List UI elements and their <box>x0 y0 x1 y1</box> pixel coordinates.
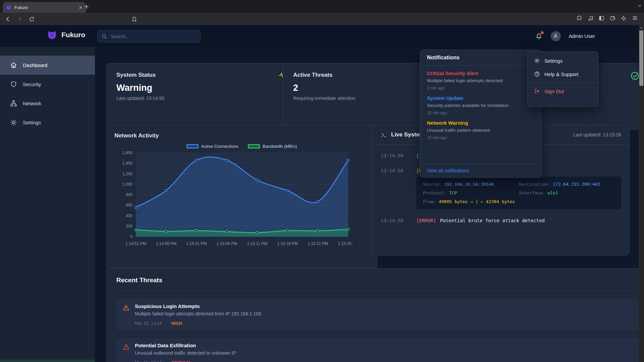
check-circle-icon <box>630 71 640 80</box>
legend-item[interactable]: Active Connections <box>186 144 238 149</box>
browser-tab[interactable]: Fukuro <box>3 2 86 13</box>
chart-legend: Active ConnectionsBandwidth (MB/s) <box>114 144 369 149</box>
user-name[interactable]: Admin User <box>569 33 595 39</box>
notification-badge-dot <box>541 31 544 34</box>
svg-text:1,200: 1,200 <box>122 172 132 176</box>
notification-time: 15 min ago <box>427 135 534 140</box>
app-header: Fukuro Admin User <box>0 25 639 47</box>
sidebar-label: Settings <box>23 120 41 125</box>
back-button[interactable] <box>4 15 12 23</box>
detail-interface-value: wlo1 <box>548 190 558 195</box>
live-logs-updated: Last updated: 13:15:26 <box>573 132 621 137</box>
detail-label: Destination: <box>519 182 550 187</box>
menu-item-label: Settings <box>544 58 562 64</box>
svg-text:1,400: 1,400 <box>122 161 132 166</box>
menu-item-help[interactable]: Help & Support <box>528 67 598 81</box>
recent-threats-card: Recent Threats Suspicious Login Attempts… <box>106 268 644 362</box>
notification-title: Network Warning <box>427 120 534 126</box>
page-scrollbar[interactable]: ▲ <box>639 25 644 362</box>
svg-text:400: 400 <box>126 214 132 218</box>
log-time: 13:14:50 <box>381 218 405 223</box>
sidebar-label: Network <box>23 101 41 106</box>
detail-source-value: 192.168.28.56:39548 <box>444 182 494 187</box>
tab-search-chevron-icon[interactable] <box>638 4 642 8</box>
alert-triangle-icon <box>122 304 130 326</box>
threat-item[interactable]: Suspicious Login Attempts Multiple faile… <box>116 299 639 330</box>
svg-text:1:15:01 PM: 1:15:01 PM <box>186 241 207 246</box>
sidebar-panel-icon[interactable] <box>599 15 604 21</box>
log-time: 13:14:50 <box>381 153 405 158</box>
svg-text:200: 200 <box>126 224 132 229</box>
detail-flow-value: 49005 bytes → | ← 42304 bytes <box>439 199 515 204</box>
home-icon <box>10 62 17 69</box>
notifications-panel: Notifications Critical Security Alert Mu… <box>420 50 541 178</box>
reload-button[interactable] <box>28 15 36 23</box>
media-music-icon[interactable] <box>588 15 593 21</box>
gear-icon <box>10 119 17 126</box>
network-activity-chart: 02004006008001,0001,2001,4001,6001:14:51… <box>114 149 353 250</box>
sidebar-label: Security <box>23 81 41 87</box>
view-all-notifications-link[interactable]: View all notifications <box>420 164 541 177</box>
forward-button[interactable] <box>15 15 23 23</box>
wallet-icon[interactable] <box>610 15 615 21</box>
search-input[interactable] <box>110 34 196 40</box>
user-menu: Settings Help & Support Sign Out <box>527 51 598 107</box>
recent-threats-title: Recent Threats <box>116 277 639 291</box>
brand-logo[interactable]: Fukuro <box>47 30 85 40</box>
sidebar-status-strip <box>0 360 95 362</box>
menu-divider <box>528 82 598 83</box>
svg-text:1,600: 1,600 <box>122 150 132 155</box>
notification-item[interactable]: System Update Security patches available… <box>420 90 541 115</box>
card-title: System Status <box>116 72 285 78</box>
svg-text:600: 600 <box>126 203 132 207</box>
detail-destination-value: 172.64.155.209:443 <box>553 182 600 187</box>
log-detail-block: Source: 192.168.28.56:39548 Destination:… <box>416 177 621 209</box>
extensions-puzzle-icon[interactable] <box>577 15 582 21</box>
new-tab-button[interactable] <box>83 3 90 10</box>
svg-text:800: 800 <box>126 192 132 197</box>
log-time: 13:14:50 <box>381 168 405 173</box>
sidebar-label: Dashboard <box>23 62 47 68</box>
menu-hamburger-icon[interactable] <box>632 15 638 21</box>
favicon-owl-icon <box>6 5 11 10</box>
svg-text:1:14:51 PM: 1:14:51 PM <box>125 241 146 246</box>
svg-text:1:15:16 PM: 1:15:16 PM <box>277 241 298 246</box>
browser-tab-strip: Fukuro <box>0 0 644 13</box>
threat-description: Unusual outbound traffic detected to unk… <box>135 350 633 356</box>
legend-swatch <box>186 144 199 148</box>
detail-label: Protocol: <box>423 190 446 195</box>
notification-item[interactable]: Critical Security Alert Multiple failed … <box>420 66 541 90</box>
menu-item-sign-out[interactable]: Sign Out <box>528 84 598 98</box>
svg-text:1:15:06 PM: 1:15:06 PM <box>217 241 237 246</box>
menu-item-settings[interactable]: Settings <box>528 54 598 67</box>
scrollbar-up-arrow[interactable]: ▲ <box>639 26 644 29</box>
scrollbar-thumb[interactable] <box>639 31 643 86</box>
avatar[interactable] <box>551 31 561 41</box>
notification-item[interactable]: Network Warning Unusual traffic pattern … <box>420 115 541 140</box>
sidebar-item-settings[interactable]: Settings <box>0 113 95 132</box>
detail-label: Source: <box>423 182 441 187</box>
close-tab-icon[interactable] <box>79 6 83 9</box>
tab-title: Fukuro <box>14 5 76 10</box>
sidebar-item-network[interactable]: Network <box>0 94 95 113</box>
threat-title: Potential Data Exfiltration <box>135 343 633 348</box>
notification-title: System Update <box>427 95 534 101</box>
notification-time: 2 min ago <box>427 86 534 90</box>
threat-title: Suspicious Login Attempts <box>135 303 633 309</box>
browser-toolbar: localhost:5173 <box>0 13 644 25</box>
legend-item[interactable]: Bandwidth (MB/s) <box>248 144 297 149</box>
notification-title: Critical Security Alert <box>427 70 534 76</box>
notification-description: Security patches available for installat… <box>427 103 534 108</box>
sidebar-item-security[interactable]: Security <box>0 75 95 94</box>
threat-item[interactable]: Potential Data Exfiltration Unusual outb… <box>116 338 639 362</box>
leo-ai-sparkle-icon[interactable] <box>621 15 627 21</box>
alert-triangle-icon <box>122 343 130 362</box>
bookmark-icon[interactable] <box>130 15 138 23</box>
sidebar-item-dashboard[interactable]: Dashboard <box>0 56 95 75</box>
sign-out-icon <box>534 88 540 94</box>
notifications-bell-button[interactable] <box>535 32 543 40</box>
detail-label: Interface: <box>519 190 545 195</box>
network-icon <box>10 100 17 107</box>
search-box[interactable] <box>97 30 201 43</box>
system-status-note: Last updated: 13:14:50 <box>116 96 285 101</box>
